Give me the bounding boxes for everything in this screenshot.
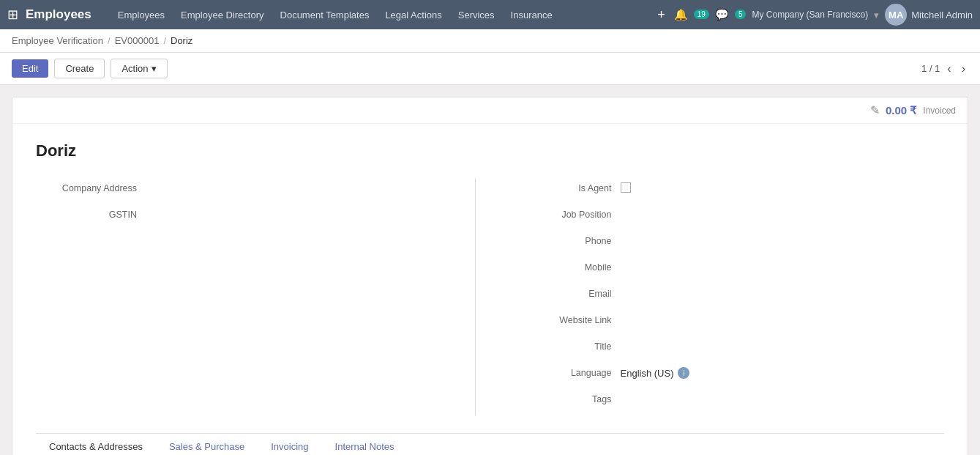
label-language: Language xyxy=(511,368,621,378)
bell-icon[interactable]: 🔔 xyxy=(674,8,688,21)
app-title: Employees xyxy=(26,7,91,22)
field-company-address: Company Address xyxy=(36,178,457,199)
message-badge: 5 xyxy=(735,10,747,19)
field-tags: Tags xyxy=(511,389,945,410)
breadcrumb-ev-number[interactable]: EV000001 xyxy=(115,35,160,46)
record-title: Doriz xyxy=(36,141,944,160)
field-language: Language English (US) i xyxy=(511,363,945,383)
form-grid: Company Address GSTIN Is Agent xyxy=(36,178,944,415)
main-menu: Employees Employee Directory Document Te… xyxy=(111,0,651,29)
action-button[interactable]: Action ▾ xyxy=(111,59,167,78)
menu-item-doc-templates[interactable]: Document Templates xyxy=(273,0,377,29)
toolbar: Edit Create Action ▾ 1 / 1 ‹ › xyxy=(0,53,980,85)
checkbox-is-agent[interactable] xyxy=(621,182,631,193)
field-is-agent: Is Agent xyxy=(511,178,945,199)
user-menu[interactable]: MA Mitchell Admin xyxy=(885,4,973,26)
apps-menu-icon[interactable]: ⊞ xyxy=(7,7,18,23)
pager: 1 / 1 ‹ › xyxy=(921,61,968,77)
chat-icon[interactable]: 💬 xyxy=(715,8,729,21)
field-mobile: Mobile xyxy=(511,257,945,278)
username: Mitchell Admin xyxy=(911,10,973,21)
action-button-label: Action xyxy=(121,63,148,74)
field-phone: Phone xyxy=(511,231,945,251)
menu-item-insurance[interactable]: Insurance xyxy=(504,0,560,29)
avatar: MA xyxy=(885,4,907,26)
invoiced-label: Invoiced xyxy=(923,106,956,116)
breadcrumb-current: Doriz xyxy=(171,35,192,46)
value-language: English (US) i xyxy=(621,367,945,379)
field-job-position: Job Position xyxy=(511,204,945,225)
form-card: ✎ 0.00 ₹ Invoiced Doriz Company Address … xyxy=(12,97,968,455)
label-tags: Tags xyxy=(511,394,621,404)
top-navigation: ⊞ Employees Employees Employee Directory… xyxy=(0,0,980,29)
label-job-position: Job Position xyxy=(511,210,621,220)
menu-item-employees[interactable]: Employees xyxy=(111,0,172,29)
field-website-link: Website Link xyxy=(511,310,945,330)
add-button[interactable]: + xyxy=(654,7,668,23)
tab-internal-notes[interactable]: Internal Notes xyxy=(322,434,408,455)
activity-badge: 19 xyxy=(694,10,709,19)
main-content: ✎ 0.00 ₹ Invoiced Doriz Company Address … xyxy=(0,85,980,455)
form-section-left: Company Address GSTIN xyxy=(36,178,476,415)
field-email: Email xyxy=(511,284,945,304)
language-text: English (US) xyxy=(621,368,674,379)
pager-next[interactable]: › xyxy=(959,61,968,77)
company-selector[interactable]: My Company (San Francisco) xyxy=(752,10,868,20)
invoice-icon[interactable]: ✎ xyxy=(870,103,880,117)
menu-item-directory[interactable]: Employee Directory xyxy=(173,0,271,29)
form-section-right: Is Agent Job Position Phone xyxy=(505,178,945,415)
menu-item-legal[interactable]: Legal Actions xyxy=(378,0,449,29)
label-email: Email xyxy=(511,289,621,299)
edit-button[interactable]: Edit xyxy=(12,59,48,78)
label-is-agent: Is Agent xyxy=(511,183,621,193)
language-info-icon[interactable]: i xyxy=(678,367,689,379)
field-title: Title xyxy=(511,336,945,357)
create-button[interactable]: Create xyxy=(54,59,105,78)
label-mobile: Mobile xyxy=(511,262,621,273)
breadcrumb-employee-verification[interactable]: Employee Verification xyxy=(12,35,103,46)
label-title: Title xyxy=(511,341,621,352)
action-dropdown-icon: ▾ xyxy=(152,63,157,74)
breadcrumb: Employee Verification / EV000001 / Doriz xyxy=(0,29,980,53)
label-phone: Phone xyxy=(511,236,621,246)
pager-text: 1 / 1 xyxy=(921,63,940,74)
label-website-link: Website Link xyxy=(511,315,621,325)
label-gstin: GSTIN xyxy=(36,210,146,220)
tab-sales-purchase[interactable]: Sales & Purchase xyxy=(156,434,258,455)
form-body: Doriz Company Address GSTIN xyxy=(12,124,968,455)
breadcrumb-sep-1: / xyxy=(108,35,111,46)
topnav-right-section: + 🔔 19 💬 5 My Company (San Francisco) ▾ … xyxy=(654,4,973,26)
tabs-bar: Contacts & Addresses Sales & Purchase In… xyxy=(36,433,944,455)
label-company-address: Company Address xyxy=(36,183,146,193)
pager-prev[interactable]: ‹ xyxy=(944,61,954,77)
tab-contacts-addresses[interactable]: Contacts & Addresses xyxy=(36,434,156,455)
tab-invoicing[interactable]: Invoicing xyxy=(258,434,321,455)
invoiced-amount[interactable]: 0.00 ₹ xyxy=(886,104,917,117)
field-gstin: GSTIN xyxy=(36,204,457,225)
breadcrumb-sep-2: / xyxy=(163,35,166,46)
value-is-agent xyxy=(621,182,945,195)
invoiced-header: ✎ 0.00 ₹ Invoiced xyxy=(12,97,968,124)
menu-item-services[interactable]: Services xyxy=(451,0,502,29)
